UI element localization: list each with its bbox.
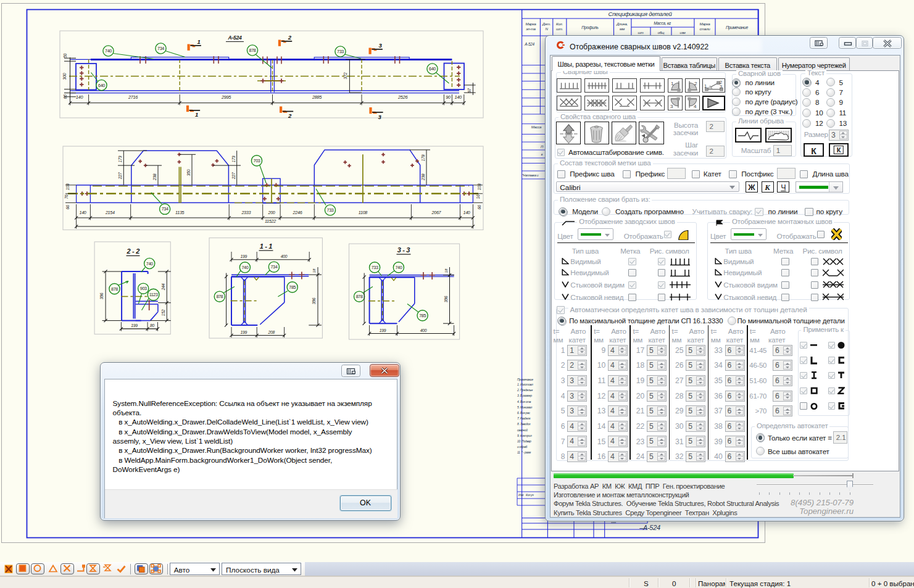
svg-text:3: 3 (720, 83, 722, 89)
svg-text:Спецификация деталей: Спецификация деталей (609, 10, 673, 17)
svg-text:7. Разделк: 7. Разделк (517, 416, 531, 420)
svg-text:5. Минимал: 5. Минимал (517, 405, 532, 409)
svg-text:903: 903 (140, 286, 147, 291)
svg-text:1: 1 (704, 83, 707, 88)
svg-text:640: 640 (98, 83, 105, 88)
svg-text:785: 785 (289, 284, 296, 290)
svg-text:Кол.уч: Кол.уч (526, 494, 534, 497)
svg-text:396: 396 (312, 297, 316, 304)
svg-text:208: 208 (267, 330, 275, 334)
svg-text:66: 66 (65, 205, 70, 209)
svg-text:640: 640 (429, 66, 436, 72)
svg-text:2716: 2716 (128, 94, 138, 100)
svg-text:1: 1 (197, 38, 201, 45)
svg-text:18: 18 (444, 268, 448, 273)
svg-text:4. Все отв: 4. Все отв (517, 400, 531, 404)
svg-text:1123: 1123 (149, 292, 158, 297)
svg-text:шт.: шт. (556, 27, 563, 31)
svg-text:8. Заводск: 8. Заводск (517, 422, 531, 426)
svg-text:1. Изготовл: 1. Изготовл (517, 383, 533, 386)
svg-text:372: 372 (343, 72, 347, 79)
svg-text:2: 2 (694, 81, 697, 86)
svg-text:878: 878 (111, 286, 118, 292)
svg-text:878: 878 (216, 294, 223, 299)
svg-text:734: 734 (157, 46, 164, 51)
svg-text:2885: 2885 (312, 94, 322, 100)
svg-text:734: 734 (162, 206, 168, 212)
svg-text:878: 878 (356, 294, 363, 299)
svg-text:Профиль: Профиль (581, 25, 599, 30)
svg-text:1108: 1108 (359, 210, 368, 215)
svg-text:1: 1 (195, 111, 198, 118)
svg-text:152: 152 (161, 309, 165, 316)
svg-text:2: 2 (288, 112, 292, 119)
svg-text:–А-524: –А-524 (639, 524, 660, 531)
svg-text:785: 785 (419, 313, 426, 318)
svg-text:А-524: А-524 (228, 35, 242, 41)
svg-text:1135: 1135 (175, 210, 185, 215)
svg-text:50: 50 (63, 54, 67, 59)
svg-text:396: 396 (99, 292, 104, 299)
svg-text:шт: шт (638, 31, 644, 35)
svg-text:238: 238 (421, 173, 425, 181)
svg-text:11. * - разм: 11. * - разм (517, 450, 531, 454)
svg-text:2. Предельн: 2. Предельн (517, 388, 533, 392)
svg-text:103: 103 (65, 183, 70, 190)
svg-text:200: 200 (267, 210, 275, 215)
svg-text:733: 733 (327, 207, 334, 213)
svg-text:мм: мм (620, 27, 625, 31)
svg-text:3. В размер: 3. В размер (517, 394, 532, 397)
svg-text:2 - 2: 2 - 2 (127, 247, 140, 255)
svg-text:Примечание: Примечание (726, 25, 749, 30)
svg-text:и обраб: и обраб (517, 445, 528, 449)
svg-text:173: 173 (118, 155, 122, 162)
svg-text:396: 396 (444, 296, 448, 302)
svg-text:90: 90 (446, 94, 451, 100)
svg-text:178: 178 (421, 154, 425, 161)
svg-text:103: 103 (477, 183, 481, 190)
svg-text:2: 2 (288, 34, 292, 41)
svg-text:Кол.: Кол. (556, 22, 563, 26)
svg-text:80: 80 (150, 323, 154, 328)
svg-text:эл-та: эл-та (526, 27, 536, 31)
svg-text:10. Подвар: 10. Подвар (517, 439, 531, 443)
svg-text:4: 4 (694, 104, 697, 109)
svg-text:1 - 1: 1 - 1 (260, 242, 273, 250)
svg-text:А-524: А-524 (524, 42, 534, 46)
svg-text:199: 199 (131, 323, 138, 328)
svg-text:400: 400 (281, 254, 288, 259)
svg-text:66: 66 (63, 94, 67, 99)
svg-text:2067: 2067 (431, 210, 442, 215)
svg-text:2154: 2154 (105, 210, 115, 215)
svg-text:400: 400 (420, 328, 427, 333)
svg-text:Примечание: Примечание (517, 378, 533, 381)
svg-text:общ: общ (658, 31, 665, 35)
svg-text:238: 238 (152, 173, 157, 181)
svg-text:2995: 2995 (221, 94, 231, 100)
svg-text:сварной: сварной (517, 428, 528, 432)
svg-text:740: 740 (146, 261, 153, 267)
svg-text:199: 199 (240, 330, 247, 334)
svg-text:140: 140 (454, 94, 462, 100)
svg-text:16: 16 (476, 194, 480, 199)
svg-text:703: 703 (254, 158, 260, 164)
svg-text:300: 300 (62, 73, 67, 80)
svg-text:244: 244 (161, 283, 165, 291)
svg-text:140: 140 (79, 210, 86, 215)
svg-text:*Наплавка и: *Наплавка и (522, 173, 539, 177)
svg-text:140: 140 (76, 94, 84, 100)
svg-text:Длина,: Длина, (616, 22, 628, 26)
svg-text:Масса: Масса (531, 125, 542, 129)
svg-text:Марка: Марка (526, 22, 537, 26)
svg-text:Марка: Марка (700, 22, 711, 26)
svg-text:140: 140 (463, 210, 470, 215)
svg-text:740: 740 (396, 265, 402, 270)
svg-text:740: 740 (105, 48, 112, 54)
svg-text:878: 878 (249, 48, 256, 53)
svg-text:733: 733 (372, 265, 378, 270)
svg-text:3: 3 (670, 104, 673, 109)
svg-text:18: 18 (312, 268, 316, 273)
svg-text:9. Контрол: 9. Контрол (517, 434, 532, 437)
svg-text:2526: 2526 (397, 94, 408, 100)
svg-text:227: 227 (231, 172, 236, 180)
